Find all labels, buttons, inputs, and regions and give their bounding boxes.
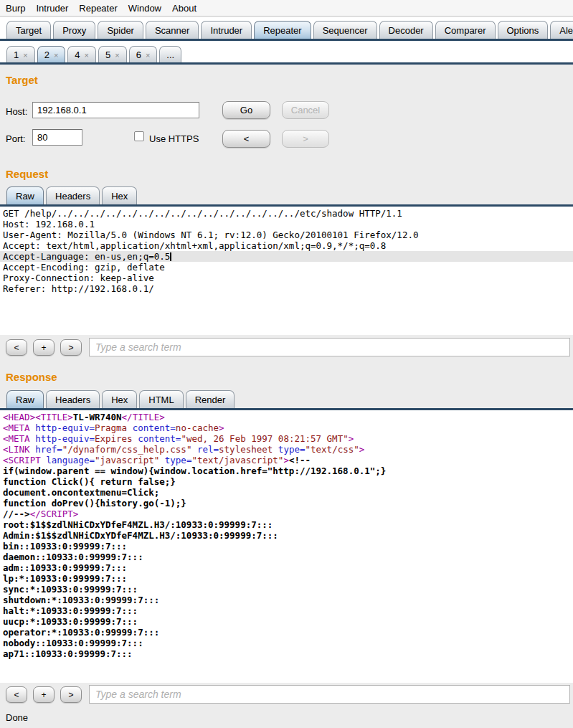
response-segment: operator:*:10933:0:99999:7::: — [3, 627, 159, 638]
burp-repeater-window: { "menubar": { "items": ["Burp", "Intrud… — [0, 0, 573, 728]
host-label: Host: — [6, 106, 27, 117]
close-tab-icon[interactable]: × — [146, 51, 150, 60]
tab-comparer[interactable]: Comparer — [435, 21, 496, 39]
response-line: shutdown:*:10933:0:99999:7::: — [0, 595, 573, 605]
request-search-next-button[interactable]: > — [60, 339, 82, 356]
port-input[interactable] — [32, 129, 82, 146]
response-segment: "text/javascript" — [191, 455, 283, 465]
response-tab-headers[interactable]: Headers — [46, 390, 100, 408]
repeater-tab-1[interactable]: 1× — [6, 46, 35, 62]
tab-repeater[interactable]: Repeater — [254, 21, 311, 39]
request-search-input[interactable] — [89, 338, 570, 356]
response-segment: <META — [3, 433, 35, 444]
response-line: <SCRIPT language="javascript" type="text… — [0, 455, 573, 465]
response-tab-hex[interactable]: Hex — [102, 390, 137, 408]
response-section-heading: Response — [6, 371, 57, 383]
response-tab-raw[interactable]: Raw — [6, 390, 44, 408]
tab-decoder[interactable]: Decoder — [379, 21, 433, 39]
repeater-tab-6[interactable]: 6× — [129, 46, 158, 62]
response-line: halt:*:10933:0:99999:7::: — [0, 605, 573, 616]
request-tabstrip: RawHeadersHex — [0, 186, 573, 207]
request-tab-raw[interactable]: Raw — [6, 186, 44, 204]
close-tab-icon[interactable]: × — [23, 51, 27, 60]
response-line: daemon::10933:0:99999:7::: — [0, 552, 573, 562]
response-segment: href= — [35, 444, 62, 455]
response-segment: "javascript" — [95, 455, 159, 465]
request-line: Accept: text/html,application/xhtml+xml,… — [0, 240, 573, 251]
response-segment: type= — [278, 444, 306, 455]
response-line: nobody::10933:0:99999:7::: — [0, 638, 573, 648]
port-label: Port: — [6, 133, 25, 144]
response-segment — [127, 422, 133, 433]
response-segment: > — [359, 444, 365, 455]
menu-item-burp[interactable]: Burp — [6, 3, 25, 14]
request-editor[interactable]: GET /help/../../../../../../../../../../… — [0, 207, 573, 335]
tab-target[interactable]: Target — [6, 21, 51, 39]
repeater-tab-5[interactable]: 5× — [98, 46, 127, 62]
response-segment — [191, 444, 197, 455]
repeater-tab-label: 6 — [136, 49, 141, 60]
response-segment: stylesheet — [219, 444, 273, 455]
menu-item-about[interactable]: About — [172, 3, 196, 14]
response-viewer[interactable]: <HEAD><TITLE>TL-WR740N</TITLE><META http… — [0, 410, 573, 683]
close-tab-icon[interactable]: × — [115, 51, 119, 60]
status-text: Done — [6, 712, 28, 723]
response-segment: Expires — [95, 433, 133, 444]
response-segment: language= — [46, 455, 95, 465]
tab-alerts[interactable]: Alerts — [550, 21, 573, 39]
response-search-next-button[interactable]: > — [60, 686, 82, 703]
response-tabstrip: RawHeadersHexHTMLRender — [0, 389, 573, 410]
response-segment: Admin:$1$$zdlNHiCDxYDfeF4MZL.H3/:10933:0… — [3, 530, 278, 541]
response-segment: TL-WR740N — [73, 412, 122, 422]
main-tabstrip: TargetProxySpiderScannerIntruderRepeater… — [0, 17, 573, 41]
tab-scanner[interactable]: Scanner — [146, 21, 199, 39]
response-segment: content= — [138, 433, 181, 444]
response-segment: daemon::10933:0:99999:7::: — [3, 552, 143, 562]
close-tab-icon[interactable]: × — [85, 51, 89, 60]
history-back-button[interactable]: < — [222, 130, 270, 148]
go-button[interactable]: Go — [222, 101, 270, 119]
menu-item-intruder[interactable]: Intruder — [36, 3, 68, 14]
response-segment: "/dynaform/css_help.css" — [62, 444, 192, 455]
request-tab-headers[interactable]: Headers — [46, 186, 100, 204]
request-tab-hex[interactable]: Hex — [102, 186, 137, 204]
response-search-add-button[interactable]: + — [33, 686, 55, 703]
request-line: Host: 192.168.0.1 — [0, 219, 573, 230]
response-line: bin::10933:0:99999:7::: — [0, 541, 573, 552]
use-https-checkbox[interactable] — [134, 131, 144, 141]
response-segment: > — [283, 455, 289, 465]
response-line: <META http-equiv=Pragma content=no-cache… — [0, 422, 573, 433]
response-line: if(window.parent == window){window.locat… — [0, 465, 573, 476]
close-tab-icon[interactable]: × — [54, 51, 58, 60]
response-segment: //--> — [3, 509, 30, 519]
tab-intruder[interactable]: Intruder — [201, 21, 252, 39]
tab-sequencer[interactable]: Sequencer — [313, 21, 377, 39]
response-segment: content= — [133, 422, 176, 433]
cancel-button[interactable]: Cancel — [282, 101, 329, 119]
history-forward-button[interactable]: > — [282, 130, 329, 148]
response-segment: <!-- — [289, 455, 311, 465]
host-input[interactable] — [32, 102, 199, 118]
response-tab-html[interactable]: HTML — [139, 390, 183, 408]
repeater-tab-2[interactable]: 2× — [37, 46, 66, 62]
response-segment: root:$1$$zdlNHiCDxYDfeF4MZL.H3/:10933:0:… — [3, 519, 273, 530]
repeater-tab-4[interactable]: 4× — [67, 46, 96, 62]
request-search-prev-button[interactable]: < — [6, 339, 27, 356]
response-search-input[interactable] — [89, 685, 570, 704]
tab-spider[interactable]: Spider — [98, 21, 143, 39]
tab-options[interactable]: Options — [498, 21, 549, 39]
response-search-prev-button[interactable]: < — [6, 686, 27, 703]
response-segment: adm::10933:0:99999:7::: — [3, 562, 127, 573]
response-segment: rel= — [197, 444, 219, 455]
response-segment: shutdown:*:10933:0:99999:7::: — [3, 595, 159, 605]
menu-item-repeater[interactable]: Repeater — [79, 3, 117, 14]
request-search-add-button[interactable]: + — [33, 339, 55, 356]
response-tab-render[interactable]: Render — [186, 390, 235, 408]
response-segment: ap71::10933:0:99999:7::: — [3, 648, 133, 659]
response-segment: function doPrev(){history.go(-1);} — [3, 498, 186, 509]
repeater-tab-...[interactable]: ... — [159, 46, 181, 62]
response-line: function Click(){ return false;} — [0, 476, 573, 487]
response-segment: Pragma — [95, 422, 127, 433]
tab-proxy[interactable]: Proxy — [53, 21, 95, 39]
menu-item-window[interactable]: Window — [128, 3, 161, 14]
